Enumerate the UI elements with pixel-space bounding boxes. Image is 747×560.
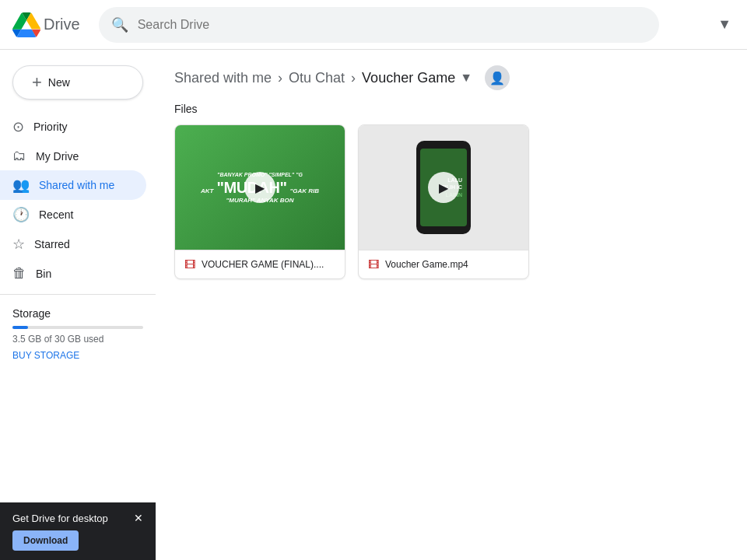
breadcrumb-sep-1: › — [278, 70, 282, 86]
thumb-line3: "GAK RIB — [289, 187, 319, 194]
sidebar-item-bin[interactable]: 🗑 Bin — [0, 259, 146, 288]
new-button[interactable]: + New — [12, 65, 143, 100]
file-type-icon-1: 🎞 — [184, 258, 195, 271]
storage-used-text: 3.5 GB of 30 GB used — [12, 334, 143, 345]
file-info-bar-2: 🎞 Voucher Game.mp4 — [359, 250, 528, 278]
sidebar-item-priority[interactable]: ⊙ Priority — [0, 112, 146, 142]
files-section-label: Files — [156, 96, 747, 124]
storage-bar-background — [12, 326, 143, 329]
avatar-icon: 👤 — [489, 71, 505, 86]
drive-logo-icon — [12, 11, 40, 39]
file-thumbnail-2: LALUPILIH ICLAINN ▶ — [359, 125, 528, 250]
toast-header: Get Drive for desktop ✕ — [12, 512, 143, 524]
shared-with-me-icon: 👥 — [12, 177, 30, 194]
sidebar-item-recent[interactable]: 🕐 Recent — [0, 200, 146, 229]
breadcrumb-shared-with-me[interactable]: Shared with me — [174, 70, 272, 86]
recent-icon: 🕐 — [12, 206, 30, 223]
breadcrumb-otu-chat[interactable]: Otu Chat — [289, 70, 345, 86]
new-plus-icon: + — [32, 74, 42, 91]
file-card-2[interactable]: LALUPILIH ICLAINN ▶ 🎞 Voucher Game.mp4 — [358, 124, 529, 279]
buy-storage-link[interactable]: BUY STORAGE — [12, 350, 79, 361]
file-info-bar-1: 🎞 VOUCHER GAME (FINAL).... — [175, 250, 345, 278]
storage-label: Storage — [12, 307, 143, 320]
shared-avatar: 👤 — [485, 65, 510, 90]
toast-close-button[interactable]: ✕ — [134, 512, 143, 524]
sidebar-item-my-drive[interactable]: 🗂 My Drive — [0, 142, 146, 170]
dropdown-chevron-button[interactable]: ▼ — [714, 13, 735, 36]
breadcrumb: Shared with me › Otu Chat › Voucher Game… — [156, 50, 747, 96]
search-bar[interactable]: 🔍 — [99, 7, 659, 43]
sidebar-item-starred[interactable]: ☆ Starred — [0, 229, 146, 259]
toast-notification: Get Drive for desktop ✕ Download — [0, 502, 156, 560]
priority-icon: ⊙ — [12, 118, 24, 135]
new-button-label: New — [48, 76, 70, 89]
search-icon: 🔍 — [111, 16, 128, 33]
toast-download-button[interactable]: Download — [12, 530, 79, 551]
toast-title: Get Drive for desktop — [12, 513, 108, 524]
sidebar-item-label: Shared with me — [39, 179, 114, 191]
layout: + New ⊙ Priority 🗂 My Drive 👥 Shared wit… — [0, 0, 747, 560]
my-drive-icon: 🗂 — [12, 148, 26, 164]
sidebar-divider — [0, 294, 156, 295]
play-button-overlay-1[interactable]: ▶ — [244, 172, 275, 203]
breadcrumb-dropdown-button[interactable]: ▼ — [460, 71, 472, 85]
breadcrumb-sep-2: › — [351, 70, 356, 86]
play-button-overlay-2[interactable]: ▶ — [428, 172, 459, 203]
logo-text: Drive — [44, 16, 80, 33]
file-name-1: VOUCHER GAME (FINAL).... — [202, 259, 335, 270]
thumbnail-green: "BANYAK PROMO" "SIMPEL" "G AKT "MUDAH" "… — [175, 125, 345, 250]
breadcrumb-current-label: Voucher Game — [362, 70, 455, 86]
search-input[interactable] — [138, 18, 647, 32]
storage-section: Storage 3.5 GB of 30 GB used BUY STORAGE — [0, 301, 156, 368]
sidebar-item-label: Recent — [39, 208, 73, 221]
header: Drive 🔍 ▼ — [0, 0, 747, 50]
sidebar-item-label: Priority — [33, 121, 68, 133]
files-grid: "BANYAK PROMO" "SIMPEL" "G AKT "MUDAH" "… — [156, 124, 747, 279]
thumb-line4: AKT — [201, 187, 213, 194]
thumbnail-phone: LALUPILIH ICLAINN ▶ — [359, 125, 528, 250]
file-type-icon-2: 🎞 — [368, 258, 379, 271]
file-card-1[interactable]: "BANYAK PROMO" "SIMPEL" "G AKT "MUDAH" "… — [174, 124, 345, 279]
bin-icon: 🗑 — [12, 265, 26, 282]
header-right: ▼ — [714, 13, 735, 36]
storage-bar-fill — [12, 326, 28, 329]
sidebar-item-label: Starred — [34, 238, 70, 250]
file-thumbnail-1: "BANYAK PROMO" "SIMPEL" "G AKT "MUDAH" "… — [175, 125, 345, 250]
sidebar-item-label: Bin — [36, 268, 51, 280]
logo: Drive — [12, 11, 80, 39]
starred-icon: ☆ — [12, 236, 25, 253]
main-content: Shared with me › Otu Chat › Voucher Game… — [156, 50, 747, 560]
breadcrumb-current: Voucher Game ▼ — [362, 70, 472, 86]
file-name-2: Voucher Game.mp4 — [385, 259, 519, 270]
sidebar-item-label: My Drive — [36, 150, 79, 163]
sidebar: + New ⊙ Priority 🗂 My Drive 👥 Shared wit… — [0, 50, 156, 560]
sidebar-item-shared-with-me[interactable]: 👥 Shared with me — [0, 170, 146, 200]
